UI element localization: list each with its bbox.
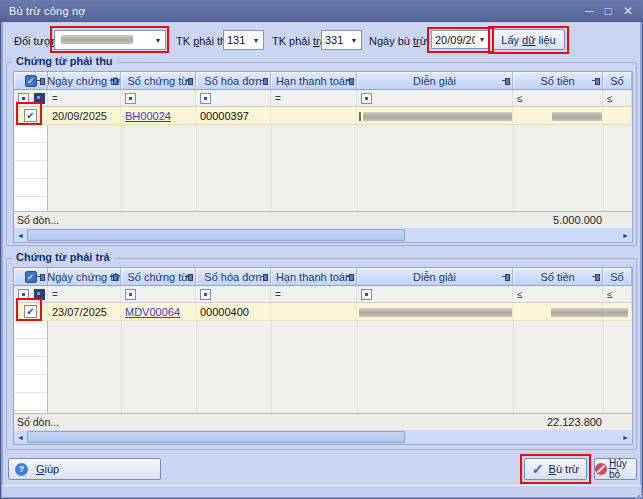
select-all-checkbox[interactable]: ✓ (25, 271, 37, 283)
scroll-right-icon[interactable]: ► (619, 228, 632, 242)
row-checkbox[interactable]: ✔ (24, 305, 37, 318)
pin-icon[interactable] (110, 273, 118, 280)
filter-equals-icon[interactable]: = (271, 286, 357, 302)
row-count-label: Số dòn... (14, 416, 59, 428)
pin-icon[interactable] (37, 77, 45, 84)
payable-account-combobox[interactable]: 331 ▼ (321, 30, 362, 50)
column-header-amount[interactable]: Số tiền (513, 268, 603, 285)
filter-icon[interactable] (125, 93, 136, 104)
pin-icon[interactable] (185, 77, 193, 84)
chevron-down-icon[interactable]: ▼ (151, 31, 165, 49)
column-header-partial[interactable]: Số (603, 72, 632, 89)
payable-account-label: TK phải trả (272, 35, 326, 47)
minimize-icon[interactable]: ─ (585, 0, 594, 22)
horizontal-scrollbar[interactable]: ◄ ► (14, 228, 632, 242)
column-header-description[interactable]: Diễn giải (357, 72, 513, 89)
amount-total: 5.000.000 (553, 214, 602, 226)
scroll-right-icon[interactable]: ► (619, 430, 632, 444)
pin-icon[interactable] (592, 77, 600, 84)
offset-button[interactable]: ✓ Bù trừ (524, 458, 587, 480)
filter-icon[interactable] (200, 289, 211, 300)
close-icon[interactable]: ✕ (623, 0, 633, 22)
get-data-button[interactable]: Lấy dữ liệu (492, 29, 565, 50)
receivable-account-combobox[interactable]: 131 ▼ (223, 30, 264, 50)
horizontal-scrollbar[interactable]: ◄ ► (14, 430, 632, 444)
object-combobox[interactable]: ▼ (54, 30, 166, 50)
redacted-description-tick (359, 112, 361, 121)
chevron-down-icon[interactable]: ▼ (347, 31, 361, 49)
chevron-down-icon[interactable]: ▼ (475, 31, 489, 48)
filter-equals-icon[interactable]: = (48, 90, 121, 106)
column-header-amount[interactable]: Số tiền (513, 72, 603, 89)
column-header-select[interactable]: ✓ (14, 268, 48, 285)
window-title: Bù trừ công nợ (0, 5, 86, 17)
receivable-group: Chứng từ phải thu ✓ Ngày chứng từ Số chứ… (6, 62, 637, 246)
receivable-row[interactable]: ✔ 20/09/2025 BH00024 00000397 (14, 107, 632, 125)
column-header-select[interactable]: ✓ (14, 72, 48, 89)
resize-grip-icon[interactable] (635, 492, 637, 494)
grid-empty-area (14, 321, 632, 413)
filter-equals-icon[interactable]: = (271, 90, 357, 106)
column-header-doc-no[interactable]: Số chứng từ (121, 72, 196, 89)
filter-icon[interactable] (125, 289, 136, 300)
receivable-grid: ✓ Ngày chứng từ Số chứng từ Số hóa đơn H… (13, 71, 633, 243)
column-header-invoice-no[interactable]: Số hóa đơn (196, 72, 271, 89)
grid-header-row: ✓ Ngày chứng từ Số chứng từ Số hóa đơn H… (14, 268, 632, 286)
column-header-due-date[interactable]: Hạn thanh toán (271, 72, 357, 89)
column-header-invoice-no[interactable]: Số hóa đơn (196, 268, 271, 285)
filter-equals-icon[interactable]: = (48, 286, 121, 302)
filter-lte-icon[interactable]: ≤ (513, 90, 603, 106)
filter-icon[interactable] (361, 93, 372, 104)
column-header-doc-no[interactable]: Số chứng từ (121, 268, 196, 285)
offset-button-label: Bù trừ (549, 463, 580, 475)
get-data-button-label: Lấy dữ liệu (501, 34, 555, 46)
help-button-label: Giúp (36, 463, 59, 475)
amount-total: 22.123.800 (547, 416, 602, 428)
doc-link[interactable]: MDV00064 (121, 306, 180, 318)
receivable-group-title: Chứng từ phải thu (12, 55, 117, 67)
pin-icon[interactable] (346, 273, 354, 280)
title-bar: Bù trừ công nợ ─ □ ✕ (0, 0, 643, 22)
redacted-amount (552, 112, 602, 121)
pin-icon[interactable] (185, 273, 193, 280)
column-header-date[interactable]: Ngày chứng từ (48, 268, 121, 285)
filter-icon[interactable] (361, 289, 372, 300)
filter-lte-icon[interactable]: ≤ (603, 286, 632, 302)
pin-icon[interactable] (37, 273, 45, 280)
cancel-button-label: Hủy bỏ (609, 458, 636, 480)
filter-icon[interactable] (18, 93, 29, 104)
chevron-down-icon[interactable]: ▼ (249, 31, 263, 49)
pin-icon[interactable] (260, 77, 268, 84)
cell-invoice-no: 00000397 (196, 107, 271, 124)
scrollbar-thumb[interactable] (27, 431, 405, 443)
pin-icon[interactable] (260, 273, 268, 280)
filter-lte-icon[interactable]: ≤ (513, 286, 603, 302)
offset-date-picker[interactable]: 20/09/2025 ▼ (431, 30, 490, 49)
pin-icon[interactable] (502, 273, 510, 280)
maximize-icon[interactable]: □ (605, 0, 612, 22)
pin-icon[interactable] (346, 77, 354, 84)
offset-date-label: Ngày bù trừ (369, 35, 427, 47)
column-header-date[interactable]: Ngày chứng từ (48, 72, 121, 89)
column-header-description[interactable]: Diễn giải (357, 268, 513, 285)
payable-row[interactable]: ✔ 23/07/2025 MDV00064 00000400 (14, 303, 632, 321)
filter-icon[interactable] (18, 289, 29, 300)
select-all-checkbox[interactable]: ✓ (25, 75, 37, 87)
filter-lte-icon[interactable]: ≤ (603, 90, 632, 106)
pin-icon[interactable] (502, 77, 510, 84)
grid-filter-row: = = ≤ ≤ (14, 286, 632, 303)
help-button[interactable]: ? Giúp (8, 458, 161, 480)
scroll-left-icon[interactable]: ◄ (14, 430, 27, 444)
filter-icon[interactable] (34, 93, 45, 104)
pin-icon[interactable] (110, 77, 118, 84)
cancel-button[interactable]: Hủy bỏ (594, 458, 637, 480)
doc-link[interactable]: BH00024 (121, 110, 171, 122)
filter-icon[interactable] (34, 289, 45, 300)
column-header-due-date[interactable]: Hạn thanh toán (271, 268, 357, 285)
scroll-left-icon[interactable]: ◄ (14, 228, 27, 242)
row-checkbox[interactable]: ✔ (24, 109, 37, 122)
column-header-partial[interactable]: Số (603, 268, 632, 285)
filter-icon[interactable] (200, 93, 211, 104)
pin-icon[interactable] (592, 273, 600, 280)
scrollbar-thumb[interactable] (27, 229, 405, 241)
